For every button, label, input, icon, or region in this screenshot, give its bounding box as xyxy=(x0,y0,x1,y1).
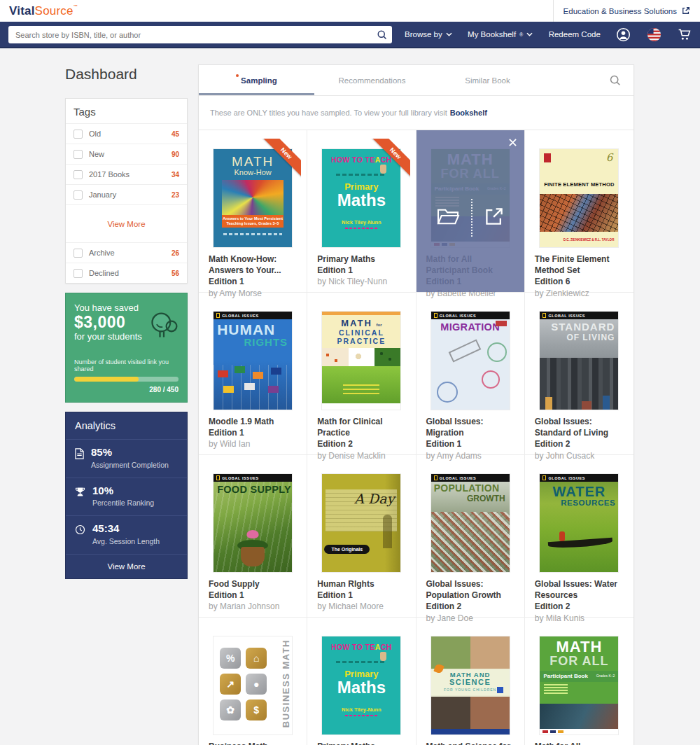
checkbox[interactable] xyxy=(74,130,83,139)
cart-button[interactable] xyxy=(677,27,692,42)
global-issues-banner: GLOBAL ISSUES xyxy=(214,474,292,482)
search-input[interactable] xyxy=(8,31,371,39)
publisher-logo xyxy=(544,153,551,162)
chevron-down-icon xyxy=(526,32,533,36)
book-card[interactable]: GLOBAL ISSUES STANDARD OF LIVING Global … xyxy=(525,293,634,455)
checkbox[interactable] xyxy=(74,190,83,200)
us-flag-icon xyxy=(647,27,662,42)
book-card[interactable]: New HOW TO TEACH Primary Maths Nick Tile… xyxy=(307,130,416,293)
book-title: Global Issues: Population Growth xyxy=(426,578,514,601)
book-cover: MATH AND SCIENCE FOR YOUNG CHILDREN xyxy=(431,636,510,734)
tag-count: 23 xyxy=(172,191,179,199)
tag-row-2017-books[interactable]: 2017 Books34 xyxy=(66,164,187,184)
checkbox[interactable] xyxy=(74,150,83,159)
checkbox[interactable] xyxy=(74,170,83,179)
cover-art xyxy=(345,228,377,229)
book-cover: BUSINESS MATH %⌂ ↗● ✿$ xyxy=(214,636,292,734)
cover-art xyxy=(383,515,392,548)
bookshelf-link[interactable]: Bookshelf xyxy=(450,109,487,117)
cover-art xyxy=(487,342,507,362)
tags-view-more[interactable]: View More xyxy=(66,204,187,242)
tag-row-archive[interactable]: Archive26 xyxy=(66,242,187,263)
cover-title: FINITE ELEMENT METHOD xyxy=(540,181,618,188)
book-card-selected[interactable]: MATH FOR ALL Participant BookGrades K–2 … xyxy=(416,130,525,293)
main-panel: Sampling Recommendations Similar Book Th… xyxy=(198,64,634,745)
piggy-bank-icon: ● xyxy=(246,674,267,695)
vitalsource-logo[interactable]: VitalSource™ xyxy=(9,4,78,18)
tag-row-declined[interactable]: Declined56 xyxy=(66,263,187,283)
tag-label: Declined xyxy=(89,269,172,277)
close-icon[interactable] xyxy=(509,137,517,149)
savings-progress-bar xyxy=(74,377,178,382)
cover-title: WATER xyxy=(540,485,618,499)
cart-icon xyxy=(677,27,692,42)
cover-band: Answers to Your Most PersistentTeaching … xyxy=(222,215,284,228)
tab-sampling[interactable]: Sampling xyxy=(199,65,314,95)
global-issues-banner: GLOBAL ISSUES xyxy=(431,474,510,482)
registered-mark: ® xyxy=(519,32,523,37)
global-issues-banner: GLOBAL ISSUES xyxy=(540,312,618,319)
browse-by-label: Browse by xyxy=(405,30,442,39)
stat-label: Percentile Ranking xyxy=(92,499,154,507)
search-button[interactable] xyxy=(371,26,392,43)
analytics-stat-percentile: 10%Percentile Ranking xyxy=(66,478,187,516)
active-tab-dot xyxy=(236,74,239,77)
cover-art xyxy=(241,547,265,566)
book-card[interactable]: BUSINESS MATH %⌂ ↗● ✿$ Business Math Edi… xyxy=(199,618,307,745)
tab-similar-book[interactable]: Similar Book xyxy=(430,65,545,95)
locale-button[interactable] xyxy=(647,27,662,42)
panel-search-icon[interactable] xyxy=(609,74,621,89)
book-card[interactable]: MATH FOR ALL Participant BookGrades K–2 … xyxy=(525,618,634,745)
cover-title: POPULATION xyxy=(434,483,510,494)
tag-row-old[interactable]: Old45 xyxy=(66,123,187,144)
book-grid: New MATH Know-How Answers to Your Most P… xyxy=(199,130,634,745)
tag-row-new[interactable]: New90 xyxy=(66,144,187,164)
book-card[interactable]: MATH for CLINICAL PRACTICE Math for Clin… xyxy=(307,293,416,455)
cover-art xyxy=(223,233,282,235)
open-external-icon[interactable] xyxy=(484,206,505,230)
new-ribbon-label: New xyxy=(258,139,301,182)
checkbox[interactable] xyxy=(74,269,83,278)
cover-art xyxy=(540,704,618,729)
my-bookshelf-menu[interactable]: My Bookshelf® xyxy=(468,30,533,39)
redeem-code-link[interactable]: Redeem Code xyxy=(549,30,601,39)
cover-title: Maths xyxy=(322,192,400,209)
book-title: Food Supply xyxy=(209,578,297,590)
book-card[interactable]: GLOBAL ISSUES WATER RESOURCES Global Iss… xyxy=(525,455,634,618)
book-author: by Marian Johnson xyxy=(209,601,297,612)
book-card[interactable]: New MATH Know-How Answers to Your Most P… xyxy=(199,130,307,293)
analytics-view-more[interactable]: View More xyxy=(66,554,187,578)
cover-art xyxy=(222,180,284,215)
book-card[interactable]: 6 FINITE ELEMENT METHOD O.C. ZIENKIEWICZ… xyxy=(525,130,634,293)
solutions-link[interactable]: Education & Business Solutions xyxy=(564,7,677,15)
book-card[interactable]: GLOBAL ISSUES HUMAN RIGHTS Moodle 1.9 Ma… xyxy=(199,293,307,455)
cover-art xyxy=(540,194,618,232)
book-edition: Edition 2 xyxy=(535,438,624,450)
book-edition: Edition 1 xyxy=(209,427,297,438)
tag-row-january[interactable]: January23 xyxy=(66,184,187,204)
book-card[interactable]: GLOBAL ISSUES MIGRATION Global Issues: M… xyxy=(416,293,525,455)
book-title: Global Issues: Standard of Living xyxy=(535,416,624,438)
checkbox[interactable] xyxy=(74,249,83,258)
book-card[interactable]: A Day The Originals Human RIghts Edition… xyxy=(307,455,416,618)
folder-icon[interactable] xyxy=(436,207,460,229)
savings-card: You have saved $3,000 for your students … xyxy=(65,293,188,403)
book-card[interactable]: GLOBAL ISSUES POPULATION GROWTH Global I… xyxy=(416,455,525,618)
tab-recommendations[interactable]: Recommendations xyxy=(314,65,430,95)
global-issues-banner: GLOBAL ISSUES xyxy=(431,312,510,319)
book-card[interactable]: GLOBAL ISSUES FOOD SUPPLY Food Supply Ed… xyxy=(199,455,307,618)
main-navbar: Browse by My Bookshelf® Redeem Code xyxy=(0,22,700,48)
cover-title: STANDARD xyxy=(543,321,615,333)
external-link-icon[interactable] xyxy=(682,5,690,18)
cover-title: MATH xyxy=(540,640,618,655)
tag-count: 90 xyxy=(172,151,179,158)
book-edition: Edition 6 xyxy=(535,276,624,287)
browse-by-menu[interactable]: Browse by xyxy=(405,30,452,39)
book-card[interactable]: HOW TO TEACH Primary Maths Nick Tiley-Nu… xyxy=(307,618,416,745)
cover-art: %⌂ ↗● ✿$ xyxy=(220,648,267,720)
tree-icon xyxy=(146,310,181,344)
account-button[interactable] xyxy=(616,27,631,42)
cover-art xyxy=(496,321,507,326)
cover-title: BUSINESS MATH xyxy=(281,639,291,727)
book-card[interactable]: MATH AND SCIENCE FOR YOUNG CHILDREN Math… xyxy=(416,618,525,745)
